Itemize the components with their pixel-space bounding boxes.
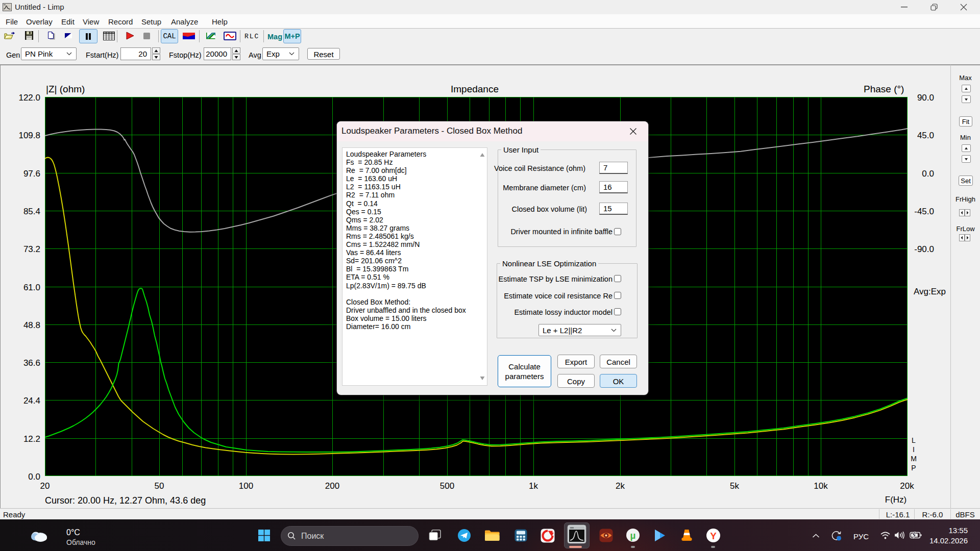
svg-text:µ: µ [630,530,636,541]
svg-text:Y: Y [710,531,717,541]
